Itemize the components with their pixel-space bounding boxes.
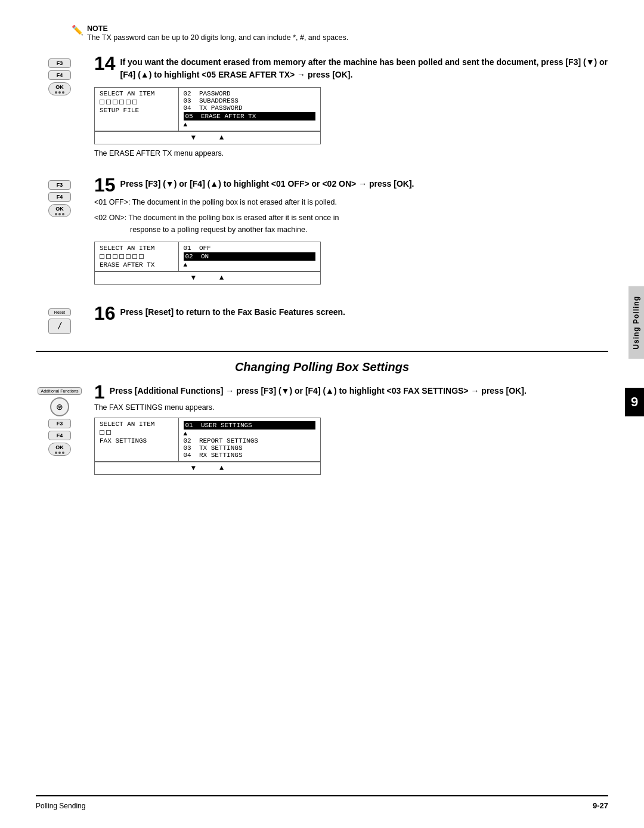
step-14-text: 14 If you want the document erased from … — [94, 56, 608, 81]
lcd-14-item3: 04 TX PASSWORD — [184, 104, 316, 112]
lcd-15-left: SELECT AN ITEM ERASE AFTER TX — [95, 242, 178, 271]
lcd-1-item4: 04 RX SETTINGS — [184, 452, 316, 459]
nav-down-15: ▼ — [191, 274, 196, 282]
reset-button-label: Reset — [48, 308, 71, 316]
reset-button[interactable]: / — [48, 319, 71, 334]
lcd-screen-14: SELECT AN ITEM SETUP FILE 02 PASSWORD 03… — [94, 87, 321, 144]
f3-button-15[interactable]: F3 — [48, 180, 71, 190]
nav-down-1: ▼ — [191, 464, 196, 472]
f4-button-15[interactable]: F4 — [48, 192, 71, 202]
step-15-sub1: <01 OFF>: The document in the polling bo… — [94, 196, 608, 208]
lcd-screen-15: SELECT AN ITEM ERASE AFTER TX 01 OFF 02 … — [94, 242, 321, 285]
f4-button[interactable]: F4 — [48, 70, 71, 80]
lcd-14-item1: 02 PASSWORD — [184, 90, 316, 97]
f3-button-1[interactable]: F3 — [48, 419, 71, 428]
step-1-number: 1 — [94, 382, 105, 401]
lcd-15-right: 01 OFF 02 ON ▲ — [178, 242, 320, 271]
section-heading: Changing Polling Box Settings — [36, 351, 608, 374]
lcd-14-item2: 03 SUBADDRESS — [184, 97, 316, 104]
ok-button[interactable]: OK — [48, 82, 71, 95]
step-16-number: 16 — [94, 304, 116, 323]
footer-left: Polling Sending — [36, 802, 85, 810]
lcd-14-title: SELECT AN ITEM — [100, 90, 174, 97]
note-label: NOTE — [87, 24, 108, 33]
step-14-caption: The ERASE AFTER TX menu appears. — [94, 149, 608, 157]
lcd-15-item2-highlight: 02 ON ▲ — [184, 252, 316, 268]
lcd-1-left: SELECT AN ITEM FAX SETTINGS — [95, 418, 178, 462]
f3-button[interactable]: F3 — [48, 58, 71, 68]
lcd-15-title: SELECT AN ITEM — [100, 245, 174, 252]
lcd-1-title: SELECT AN ITEM — [100, 421, 174, 428]
step-14-block: F3 F4 OK 14 If you want the document era… — [36, 56, 608, 161]
additional-functions-icon[interactable]: ⊛ — [50, 397, 69, 416]
lcd-1-right: 01 USER SETTINGS ▲ 02 REPORT SETTINGS 03… — [178, 418, 320, 462]
lcd-15-dots — [100, 254, 174, 259]
lcd-14-sub: SETUP FILE — [100, 107, 174, 114]
lcd-1-dots — [100, 430, 174, 435]
note-section: ✏️ NOTE The TX password can be up to 20 … — [36, 24, 608, 42]
lcd-14-left: SELECT AN ITEM SETUP FILE — [95, 88, 178, 131]
lcd-14-nav: ▼ ▲ — [95, 131, 320, 144]
lcd-1-nav: ▼ ▲ — [95, 462, 320, 474]
step-1-text: 1 Press [Additional Functions] → press [… — [94, 385, 608, 397]
footer: Polling Sending 9-27 — [36, 795, 608, 810]
lcd-1-sub: FAX SETTINGS — [100, 437, 174, 444]
lcd-15-sub: ERASE AFTER TX — [100, 261, 174, 268]
step-1-buttons: Additional Functions ⊛ F3 F4 OK — [36, 387, 83, 456]
step-15-buttons: F3 F4 OK — [36, 180, 83, 217]
step-14-number: 14 — [94, 54, 116, 73]
step-1-block: Additional Functions ⊛ F3 F4 OK 1 Press … — [36, 385, 608, 480]
step-15-block: F3 F4 OK 15 Press [F3] (▼) or [F4] (▲) t… — [36, 178, 608, 289]
f4-button-1[interactable]: F4 — [48, 431, 71, 440]
step-1-caption: The FAX SETTINGS menu appears. — [94, 403, 608, 412]
step-14-content: 14 If you want the document erased from … — [94, 56, 608, 161]
lcd-14-right: 02 PASSWORD 03 SUBADDRESS 04 TX PASSWORD… — [178, 88, 320, 131]
step-16-buttons: Reset / — [36, 308, 83, 334]
lcd-15-nav: ▼ ▲ — [95, 271, 320, 284]
step-16-text: 16 Press [Reset] to return to the Fax Ba… — [94, 306, 608, 319]
step-15-content: 15 Press [F3] (▼) or [F4] (▲) to highlig… — [94, 178, 608, 289]
lcd-1-item1-highlight: 01 USER SETTINGS ▲ — [184, 421, 316, 437]
nav-down-14: ▼ — [191, 134, 196, 142]
step-16-block: Reset / 16 Press [Reset] to return to th… — [36, 306, 608, 334]
nav-up-14: ▲ — [219, 134, 224, 142]
lcd-14-item4-highlight: 05 ERASE AFTER TX ▲ — [184, 112, 316, 128]
ok-button-15[interactable]: OK — [48, 204, 71, 217]
step-1-content: 1 Press [Additional Functions] → press [… — [94, 385, 608, 480]
lcd-15-item1: 01 OFF — [184, 245, 316, 252]
tab-number: 9 — [625, 388, 644, 416]
note-icon: ✏️ — [72, 24, 83, 36]
additional-functions-button[interactable]: Additional Functions — [38, 387, 81, 395]
step-14-buttons: F3 F4 OK — [36, 58, 83, 95]
lcd-screen-1: SELECT AN ITEM FAX SETTINGS 01 USER SETT… — [94, 418, 321, 475]
step-15-text: 15 Press [F3] (▼) or [F4] (▲) to highlig… — [94, 178, 608, 190]
note-text: The TX password can be up to 20 digits l… — [87, 33, 348, 42]
ok-button-1[interactable]: OK — [48, 443, 71, 456]
step-16-content: 16 Press [Reset] to return to the Fax Ba… — [94, 306, 608, 325]
step-15-sub2: <02 ON>: The document in the polling box… — [94, 212, 608, 236]
side-tab-label: Using Polling — [628, 286, 644, 359]
nav-up-1: ▲ — [219, 464, 224, 472]
lcd-14-dots — [100, 100, 174, 104]
step-15-number: 15 — [94, 175, 116, 194]
lcd-1-item2: 02 REPORT SETTINGS — [184, 437, 316, 444]
nav-up-15: ▲ — [219, 274, 224, 282]
lcd-1-item3: 03 TX SETTINGS — [184, 444, 316, 452]
footer-right: 9-27 — [593, 801, 608, 810]
